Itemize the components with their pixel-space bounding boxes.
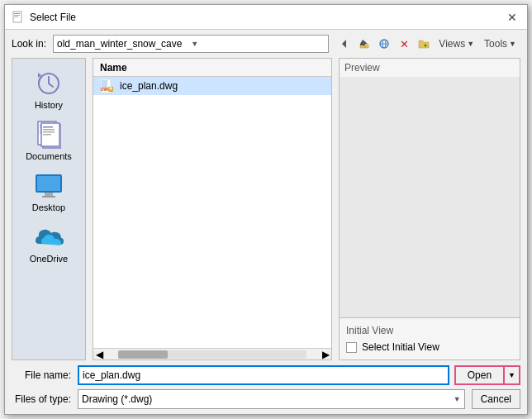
look-in-combo[interactable]: old_man_winter_snow_cave ▼ bbox=[53, 35, 329, 53]
file-type-combo[interactable]: Drawing (*.dwg) ▼ bbox=[78, 389, 465, 409]
checkbox-label: Select Initial View bbox=[362, 341, 439, 353]
network-button[interactable] bbox=[375, 35, 393, 53]
select-file-dialog: Select File ✕ Look in: old_man_winter_sn… bbox=[4, 4, 528, 415]
center-panel: Name DWG ice_plan.dwg bbox=[93, 58, 332, 360]
list-item[interactable]: DWG ice_plan.dwg bbox=[93, 77, 331, 95]
tools-button[interactable]: Tools ▼ bbox=[480, 35, 520, 53]
desktop-label: Desktop bbox=[32, 202, 65, 212]
scrollbar-thumb[interactable] bbox=[118, 350, 168, 359]
cancel-button[interactable]: Cancel bbox=[472, 389, 520, 409]
views-button[interactable]: Views ▼ bbox=[435, 35, 478, 53]
tools-label: Tools bbox=[484, 38, 507, 50]
sidebar-item-documents[interactable]: Documents bbox=[12, 113, 85, 164]
title-bar: Select File ✕ bbox=[5, 5, 527, 30]
open-button-group: Open ▼ bbox=[454, 365, 520, 385]
main-area: History bbox=[5, 58, 527, 360]
preview-content bbox=[340, 77, 520, 317]
dialog-title: Select File bbox=[30, 12, 504, 23]
horizontal-scrollbar[interactable]: ◀ ▶ bbox=[93, 348, 331, 359]
svg-rect-25 bbox=[43, 134, 51, 136]
file-type-value: Drawing (*.dwg) bbox=[82, 393, 152, 405]
preview-section: Preview bbox=[339, 58, 520, 318]
sidebar-item-desktop[interactable]: Desktop bbox=[12, 164, 85, 216]
svg-marker-4 bbox=[342, 40, 346, 48]
history-label: History bbox=[35, 100, 63, 110]
chevron-down-icon: ▼ bbox=[191, 40, 325, 48]
views-arrow-icon: ▼ bbox=[467, 40, 474, 48]
open-button[interactable]: Open bbox=[454, 365, 505, 385]
file-name-label: File name: bbox=[12, 369, 71, 381]
svg-rect-2 bbox=[14, 15, 20, 16]
file-type-label: Files of type: bbox=[12, 393, 71, 405]
scrollbar-track bbox=[118, 350, 306, 359]
toolbar-buttons: ✕ Views ▼ Tools ▼ bbox=[335, 35, 520, 53]
toolbar: Look in: old_man_winter_snow_cave ▼ bbox=[5, 30, 527, 58]
svg-rect-3 bbox=[14, 17, 18, 17]
up-button[interactable] bbox=[355, 35, 373, 53]
scroll-left-button[interactable]: ◀ bbox=[93, 349, 105, 360]
delete-button[interactable]: ✕ bbox=[395, 35, 413, 53]
open-arrow-icon: ▼ bbox=[508, 371, 515, 379]
documents-label: Documents bbox=[26, 151, 72, 161]
svg-rect-7 bbox=[365, 45, 368, 48]
onedrive-icon bbox=[34, 222, 64, 252]
history-icon bbox=[34, 69, 64, 98]
svg-rect-28 bbox=[45, 193, 53, 196]
file-name-input-wrap: Open ▼ bbox=[78, 365, 520, 385]
views-label: Views bbox=[439, 38, 465, 50]
open-dropdown-arrow[interactable]: ▼ bbox=[505, 365, 520, 385]
svg-rect-29 bbox=[42, 196, 55, 198]
left-panel: History bbox=[12, 58, 86, 360]
checkbox-row: Select Initial View bbox=[346, 341, 513, 353]
name-column-header: Name bbox=[100, 62, 127, 74]
file-list-header: Name bbox=[93, 59, 331, 77]
dialog-icon bbox=[12, 11, 25, 24]
svg-rect-27 bbox=[37, 176, 60, 191]
sidebar-item-history[interactable]: History bbox=[12, 62, 85, 113]
file-name: ice_plan.dwg bbox=[120, 80, 178, 92]
initial-view-section: Initial View Select Initial View bbox=[339, 318, 520, 360]
scroll-right-button[interactable]: ▶ bbox=[320, 349, 331, 360]
svg-rect-1 bbox=[14, 13, 20, 14]
file-list[interactable]: DWG ice_plan.dwg bbox=[93, 77, 331, 348]
svg-rect-23 bbox=[43, 129, 55, 131]
tools-arrow-icon: ▼ bbox=[509, 40, 516, 48]
file-name-input[interactable] bbox=[78, 365, 449, 385]
documents-icon bbox=[34, 120, 64, 150]
svg-rect-22 bbox=[43, 126, 53, 128]
file-name-row: File name: Open ▼ bbox=[12, 365, 520, 385]
select-initial-view-checkbox[interactable] bbox=[346, 342, 357, 353]
file-type-arrow-icon: ▼ bbox=[454, 395, 461, 403]
sidebar-item-onedrive[interactable]: OneDrive bbox=[12, 216, 85, 267]
dwg-file-icon: DWG bbox=[100, 79, 115, 93]
look-in-value: old_man_winter_snow_cave bbox=[57, 38, 191, 50]
back-button[interactable] bbox=[335, 35, 354, 53]
bottom-area: File name: Open ▼ Files of type: Drawing… bbox=[5, 360, 527, 414]
desktop-icon bbox=[34, 171, 64, 201]
svg-rect-24 bbox=[43, 131, 55, 133]
initial-view-label: Initial View bbox=[346, 325, 513, 336]
preview-label: Preview bbox=[340, 59, 520, 77]
look-in-label: Look in: bbox=[12, 38, 46, 50]
onedrive-label: OneDrive bbox=[30, 254, 68, 264]
close-button[interactable]: ✕ bbox=[504, 9, 520, 26]
file-type-row: Files of type: Drawing (*.dwg) ▼ Cancel bbox=[12, 389, 520, 409]
right-panel: Preview Initial View Select Initial View bbox=[339, 58, 520, 360]
new-folder-button[interactable] bbox=[415, 35, 433, 53]
